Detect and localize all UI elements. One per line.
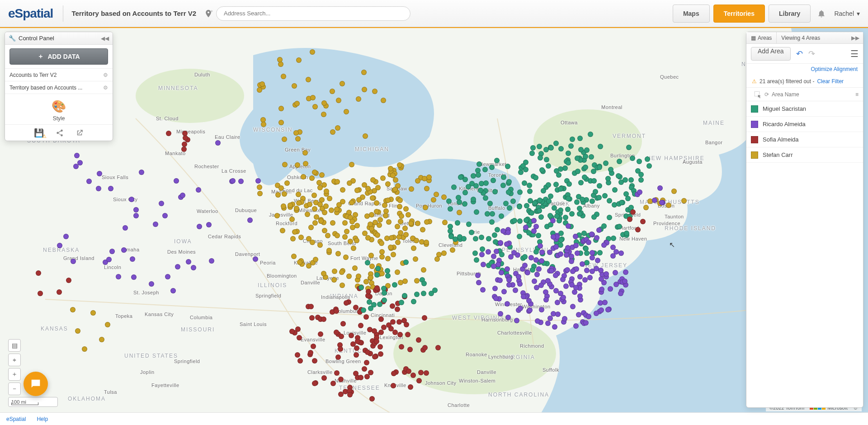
areas-tab[interactable]: ▦ Areas	[746, 32, 777, 43]
data-point[interactable]	[347, 392, 353, 397]
data-point[interactable]	[602, 193, 608, 198]
data-point[interactable]	[321, 375, 327, 381]
data-point[interactable]	[523, 225, 528, 230]
data-point[interactable]	[483, 195, 488, 201]
data-point[interactable]	[399, 300, 404, 305]
save-button[interactable]: 💾⚠	[34, 128, 44, 138]
data-point[interactable]	[462, 190, 468, 195]
data-point[interactable]	[666, 203, 671, 208]
data-point[interactable]	[377, 302, 382, 307]
data-point[interactable]	[336, 98, 341, 103]
data-point[interactable]	[588, 132, 593, 137]
data-point[interactable]	[153, 222, 158, 227]
data-point[interactable]	[391, 371, 396, 376]
data-point[interactable]	[318, 331, 323, 337]
data-point[interactable]	[351, 246, 356, 251]
data-point[interactable]	[38, 291, 43, 296]
footer-help[interactable]: Help	[37, 416, 48, 422]
data-point[interactable]	[411, 246, 416, 251]
data-point[interactable]	[306, 263, 311, 269]
data-point[interactable]	[584, 268, 590, 273]
data-point[interactable]	[577, 274, 583, 279]
data-point[interactable]	[73, 164, 79, 169]
data-point[interactable]	[321, 112, 326, 117]
data-point[interactable]	[378, 316, 384, 322]
data-point[interactable]	[294, 206, 299, 211]
data-point[interactable]	[312, 220, 318, 226]
data-point[interactable]	[399, 213, 404, 219]
data-point[interactable]	[598, 300, 603, 306]
data-point[interactable]	[527, 189, 533, 194]
data-point[interactable]	[566, 223, 571, 229]
data-point[interactable]	[344, 300, 349, 306]
data-point[interactable]	[551, 234, 556, 240]
map-viewport[interactable]: MINNESOTASOUTH DAKOTAWISCONSINNEBRASKAIO…	[0, 28, 868, 412]
data-point[interactable]	[423, 205, 428, 210]
data-point[interactable]	[652, 198, 657, 203]
data-point[interactable]	[569, 259, 574, 264]
data-point[interactable]	[568, 143, 574, 149]
data-point[interactable]	[361, 70, 367, 75]
data-point[interactable]	[159, 201, 164, 206]
data-point[interactable]	[547, 250, 552, 255]
data-point[interactable]	[538, 283, 544, 288]
data-point[interactable]	[364, 213, 370, 219]
data-point[interactable]	[57, 289, 62, 295]
data-point[interactable]	[370, 177, 376, 183]
data-point[interactable]	[643, 205, 649, 210]
data-point[interactable]	[517, 218, 523, 224]
data-point[interactable]	[311, 344, 316, 349]
data-point[interactable]	[469, 230, 474, 235]
data-point[interactable]	[549, 268, 554, 274]
data-point[interactable]	[86, 179, 92, 184]
data-point[interactable]	[476, 280, 481, 285]
data-point[interactable]	[354, 352, 359, 358]
data-point[interactable]	[597, 165, 602, 170]
data-point[interactable]	[611, 236, 616, 241]
data-point[interactable]	[379, 254, 385, 260]
data-point[interactable]	[377, 222, 382, 228]
data-point[interactable]	[403, 232, 409, 237]
data-point[interactable]	[374, 209, 379, 214]
data-point[interactable]	[453, 236, 458, 242]
data-point[interactable]	[369, 396, 375, 401]
data-point[interactable]	[587, 275, 593, 280]
data-point[interactable]	[489, 165, 495, 170]
data-point[interactable]	[596, 227, 602, 233]
data-point[interactable]	[197, 224, 202, 229]
data-point[interactable]	[133, 207, 139, 212]
data-point[interactable]	[365, 186, 371, 191]
data-point[interactable]	[354, 188, 360, 193]
data-point[interactable]	[533, 175, 538, 180]
data-point[interactable]	[537, 144, 542, 149]
data-point[interactable]	[381, 98, 386, 103]
data-point[interactable]	[413, 256, 418, 262]
data-point[interactable]	[657, 185, 663, 191]
data-point[interactable]	[481, 262, 486, 267]
data-point[interactable]	[385, 256, 391, 261]
data-point[interactable]	[349, 162, 354, 167]
data-point[interactable]	[352, 265, 358, 271]
data-point[interactable]	[506, 282, 512, 288]
data-point[interactable]	[215, 140, 221, 146]
data-point[interactable]	[461, 236, 467, 241]
data-point[interactable]	[180, 193, 185, 198]
data-point[interactable]	[382, 298, 387, 303]
data-point[interactable]	[281, 203, 286, 209]
data-point[interactable]	[247, 217, 253, 223]
data-point[interactable]	[607, 215, 612, 220]
data-point[interactable]	[325, 233, 330, 238]
data-point[interactable]	[330, 220, 335, 226]
data-point[interactable]	[583, 165, 588, 170]
data-point[interactable]	[534, 272, 540, 277]
data-point[interactable]	[562, 165, 568, 171]
data-point[interactable]	[332, 269, 337, 274]
data-point[interactable]	[414, 278, 420, 283]
data-point[interactable]	[591, 178, 597, 184]
data-point[interactable]	[397, 162, 402, 168]
data-point[interactable]	[340, 81, 345, 86]
data-point[interactable]	[499, 213, 504, 219]
data-point[interactable]	[379, 241, 384, 246]
data-point[interactable]	[378, 351, 383, 357]
data-point[interactable]	[366, 289, 371, 294]
